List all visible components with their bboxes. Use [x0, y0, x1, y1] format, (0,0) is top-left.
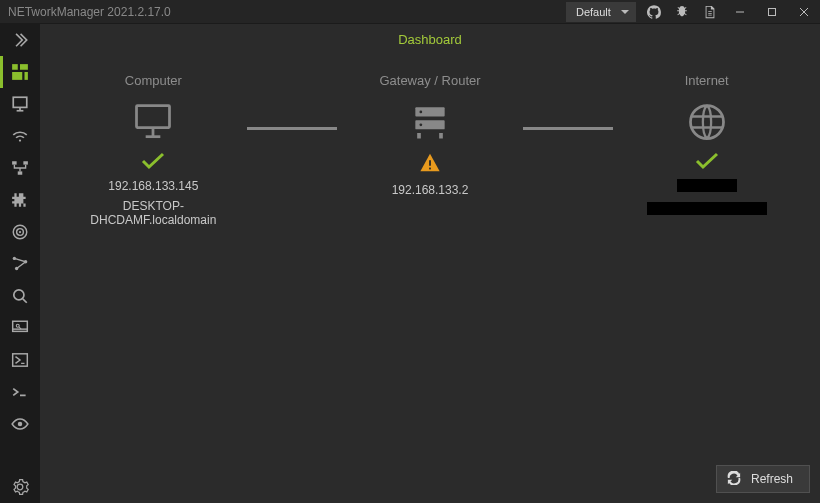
internet-host-redacted	[647, 202, 767, 215]
svg-rect-35	[417, 133, 421, 139]
refresh-button[interactable]: Refresh	[716, 465, 810, 493]
sidebar-item-dashboard[interactable]	[0, 56, 40, 88]
router-icon	[408, 100, 452, 144]
maximize-button[interactable]	[756, 0, 788, 24]
app-title: NETworkManager 2021.2.17.0	[0, 5, 171, 19]
connector-1	[247, 127, 337, 130]
svg-rect-6	[12, 72, 22, 80]
page-title: Dashboard	[40, 24, 820, 53]
sidebar-item-ping-monitor[interactable]	[0, 216, 40, 248]
svg-rect-12	[23, 161, 28, 164]
svg-rect-36	[439, 133, 443, 139]
github-icon[interactable]	[640, 0, 668, 24]
svg-rect-22	[13, 321, 28, 331]
svg-rect-38	[429, 168, 431, 170]
sidebar-item-port-scanner[interactable]	[0, 184, 40, 216]
svg-rect-8	[13, 97, 27, 107]
minimize-button[interactable]	[724, 0, 756, 24]
svg-rect-13	[18, 171, 23, 174]
titlebar: NETworkManager 2021.2.17.0 Default	[0, 0, 820, 24]
profile-dropdown[interactable]: Default	[566, 2, 636, 22]
globe-icon	[685, 100, 729, 144]
svg-rect-5	[20, 64, 28, 70]
svg-rect-37	[429, 160, 431, 166]
sidebar-item-tigervnc[interactable]	[0, 408, 40, 440]
svg-rect-4	[12, 64, 18, 70]
sidebar-item-remote-desktop[interactable]	[0, 312, 40, 344]
card-internet: Internet	[613, 73, 800, 215]
card-computer-label: Computer	[125, 73, 182, 88]
svg-rect-1	[769, 8, 776, 15]
expand-sidebar-button[interactable]	[0, 24, 40, 56]
chevron-down-icon	[621, 10, 629, 14]
svg-point-39	[690, 106, 723, 139]
svg-point-16	[19, 231, 21, 233]
connector-2	[523, 127, 613, 130]
svg-point-24	[16, 324, 19, 327]
warning-icon	[419, 152, 441, 177]
internet-ip-redacted	[677, 179, 737, 192]
main-area: Dashboard Computer 192.168.133.145 DESKT…	[40, 24, 820, 503]
svg-rect-28	[137, 106, 170, 128]
profile-selected-text: Default	[576, 6, 611, 18]
svg-point-34	[419, 123, 422, 126]
svg-point-20	[14, 290, 24, 300]
check-icon	[141, 152, 165, 173]
sidebar-item-wifi[interactable]	[0, 120, 40, 152]
computer-ip: 192.168.133.145	[108, 179, 198, 193]
sidebar-item-dns-lookup[interactable]	[0, 280, 40, 312]
bug-icon[interactable]	[668, 0, 696, 24]
card-gateway-label: Gateway / Router	[379, 73, 480, 88]
gateway-ip: 192.168.133.2	[392, 183, 469, 197]
svg-rect-11	[12, 161, 17, 164]
card-gateway: Gateway / Router 192.168.133.2	[337, 73, 524, 197]
computer-hostname: DESKTOP-DHCDAMF.localdomain	[60, 199, 247, 227]
sidebar-item-settings[interactable]	[0, 471, 40, 503]
computer-icon	[131, 100, 175, 144]
sidebar-item-putty[interactable]	[0, 376, 40, 408]
sidebar-item-powershell[interactable]	[0, 344, 40, 376]
status-cards: Computer 192.168.133.145 DESKTOP-DHCDAMF…	[40, 53, 820, 227]
sidebar	[0, 24, 40, 503]
sidebar-item-traceroute[interactable]	[0, 248, 40, 280]
svg-point-33	[419, 111, 422, 114]
check-icon	[695, 152, 719, 173]
docs-icon[interactable]	[696, 0, 724, 24]
refresh-label: Refresh	[751, 472, 793, 486]
svg-point-27	[18, 422, 23, 427]
svg-line-21	[23, 299, 27, 303]
close-button[interactable]	[788, 0, 820, 24]
svg-rect-7	[25, 72, 28, 80]
sidebar-item-ip-scanner[interactable]	[0, 152, 40, 184]
card-computer: Computer 192.168.133.145 DESKTOP-DHCDAMF…	[60, 73, 247, 227]
refresh-icon	[727, 471, 741, 488]
card-internet-label: Internet	[685, 73, 729, 88]
sidebar-item-network-interface[interactable]	[0, 88, 40, 120]
